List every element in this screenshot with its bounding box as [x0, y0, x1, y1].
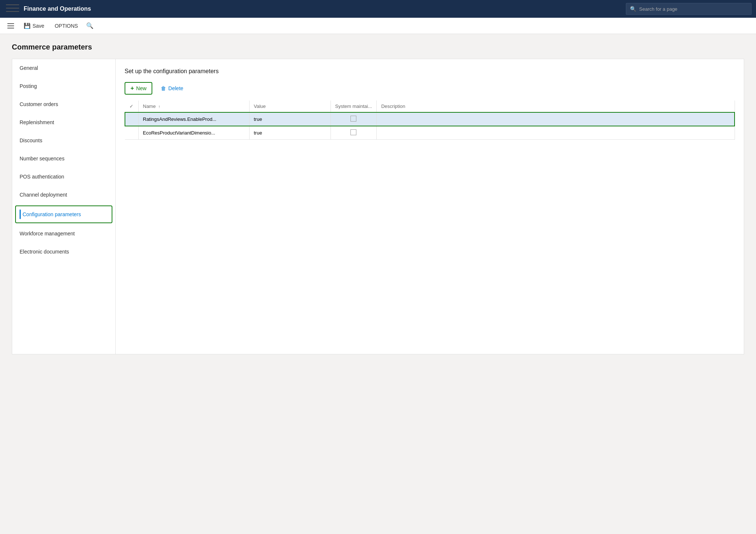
col-header-value[interactable]: Value: [249, 101, 330, 112]
row-description-cell: [377, 112, 735, 126]
table-row[interactable]: RatingsAndReviews.EnableProd... true: [125, 112, 735, 126]
grid-menu-button[interactable]: [4, 3, 19, 15]
delete-icon: 🗑: [161, 85, 166, 91]
delete-button-label: Delete: [168, 85, 183, 91]
new-button-label: New: [136, 85, 146, 91]
col-header-name[interactable]: Name ↑: [138, 101, 249, 112]
row-value-cell: true: [249, 112, 330, 126]
sidebar-item-posting[interactable]: Posting: [12, 77, 115, 95]
search-icon: 🔍: [630, 6, 636, 12]
table-row[interactable]: EcoResProductVariantDimensio... true: [125, 126, 735, 140]
row-system-maintained-cell[interactable]: [330, 112, 377, 126]
action-buttons: + New 🗑 Delete: [125, 82, 735, 95]
sidebar-item-channel-deployment[interactable]: Channel deployment: [12, 186, 115, 204]
new-button[interactable]: + New: [125, 82, 152, 95]
content-panel: Set up the configuration parameters + Ne…: [116, 59, 744, 354]
row-system-maintained-cell[interactable]: [330, 126, 377, 140]
sidebar-item-discounts[interactable]: Discounts: [12, 132, 115, 150]
col-header-check: ✓: [125, 101, 138, 112]
system-maintained-checkbox[interactable]: [350, 129, 356, 135]
system-maintained-checkbox[interactable]: [350, 116, 356, 122]
hamburger-menu-button[interactable]: [6, 22, 16, 30]
save-label: Save: [33, 23, 44, 29]
global-search-bar: 🔍: [626, 3, 752, 15]
page-title: Commerce parameters: [12, 43, 744, 51]
sidebar-item-general[interactable]: General: [12, 59, 115, 77]
configuration-table: ✓ Name ↑ Value: [125, 101, 735, 140]
sidebar-item-workforce-management[interactable]: Workforce management: [12, 225, 115, 243]
sidebar-item-customer-orders[interactable]: Customer orders: [12, 95, 115, 113]
row-value-cell: true: [249, 126, 330, 140]
sidebar-nav: General Posting Customer orders Replenis…: [12, 59, 116, 354]
sidebar-item-configuration-parameters[interactable]: Configuration parameters: [15, 205, 112, 223]
section-title: Set up the configuration parameters: [125, 68, 735, 75]
check-icon: ✓: [129, 103, 133, 109]
row-check-cell[interactable]: [125, 112, 138, 126]
toolbar-search-icon[interactable]: 🔍: [86, 22, 94, 29]
col-header-description[interactable]: Description: [377, 101, 735, 112]
sort-ascending-icon: ↑: [158, 104, 160, 109]
row-name-cell: RatingsAndReviews.EnableProd...: [138, 112, 249, 126]
sidebar-item-electronic-documents[interactable]: Electronic documents: [12, 243, 115, 261]
page-wrapper: Commerce parameters General Posting Cust…: [12, 43, 744, 525]
save-button[interactable]: 💾 Save: [21, 21, 47, 31]
delete-button[interactable]: 🗑 Delete: [155, 82, 189, 95]
row-check-cell[interactable]: [125, 126, 138, 140]
content-layout: General Posting Customer orders Replenis…: [12, 59, 744, 354]
global-search-input[interactable]: [639, 6, 747, 12]
row-name-cell: EcoResProductVariantDimensio...: [138, 126, 249, 140]
app-title: Finance and Operations: [24, 6, 621, 12]
plus-icon: +: [130, 85, 134, 92]
sidebar-item-pos-authentication[interactable]: POS authentication: [12, 168, 115, 186]
options-label: OPTIONS: [55, 23, 78, 29]
sidebar-item-replenishment[interactable]: Replenishment: [12, 113, 115, 132]
sidebar-item-number-sequences[interactable]: Number sequences: [12, 150, 115, 168]
main-content: Commerce parameters General Posting Cust…: [0, 34, 756, 534]
save-icon: 💾: [24, 23, 31, 29]
col-header-system-maintained[interactable]: System maintai...: [330, 101, 377, 112]
options-button[interactable]: OPTIONS: [52, 21, 80, 30]
row-description-cell: [377, 126, 735, 140]
top-nav-bar: Finance and Operations 🔍: [0, 0, 756, 18]
toolbar: 💾 Save OPTIONS 🔍: [0, 18, 756, 34]
grid-icon: [6, 4, 15, 13]
